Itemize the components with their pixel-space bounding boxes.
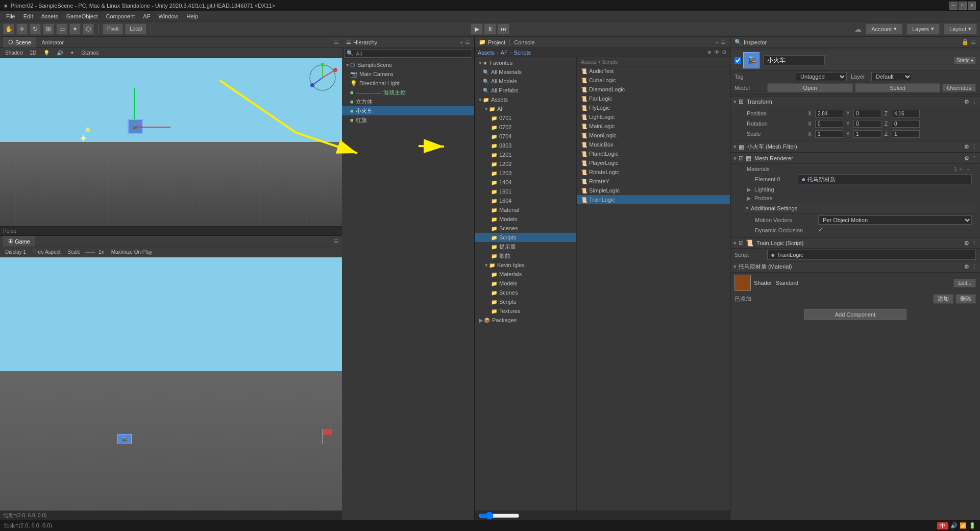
file-cube-logic[interactable]: 📜CubeLogic xyxy=(577,76,730,85)
motion-vectors-dropdown[interactable]: Per Object Motion xyxy=(818,215,972,225)
cloud-button[interactable]: ☁ xyxy=(854,25,862,33)
tool-hand[interactable]: ✋ xyxy=(3,23,14,35)
material-settings[interactable]: ⚙ xyxy=(964,263,969,270)
file-moon-logic[interactable]: 📜MoonLogic xyxy=(577,131,730,140)
tree-k-scripts[interactable]: 📁Scripts xyxy=(475,297,576,306)
hierarchy-item-flag[interactable]: ■ 红旗 xyxy=(342,115,474,125)
file-train-logic[interactable]: 📜TrainLogic xyxy=(577,195,730,204)
layout-button[interactable]: Layout ▾ xyxy=(944,23,977,35)
scale-z-input[interactable] xyxy=(892,130,920,138)
materials-add-btn[interactable]: + xyxy=(959,166,962,172)
mesh-filter-header[interactable]: ▾ ▦ 小火车 (Mesh Filter) ⚙ ⋮ xyxy=(730,141,980,153)
pivot-button[interactable]: Pivot xyxy=(103,23,123,35)
hierarchy-item-cube[interactable]: ■ 立方体 xyxy=(342,97,474,106)
mesh-renderer-checkbox[interactable]: ☑ xyxy=(739,155,744,162)
overrides-button[interactable]: Overrides xyxy=(942,84,976,92)
account-button[interactable]: Account ▾ xyxy=(866,23,902,35)
tree-1203[interactable]: 📁1203 xyxy=(475,168,576,178)
mesh-renderer-more[interactable]: ⋮ xyxy=(971,155,977,162)
tree-material[interactable]: 📁Material xyxy=(475,205,576,214)
tree-tishi[interactable]: 📁提示量 xyxy=(475,242,576,251)
tree-models[interactable]: 📁Models xyxy=(475,214,576,224)
tree-packages[interactable]: ▶ 📦 Packages xyxy=(475,316,576,325)
file-main-logic[interactable]: 📜MainLogic xyxy=(577,122,730,131)
tool-rotate[interactable]: ↻ xyxy=(30,23,41,35)
object-name-input[interactable] xyxy=(764,55,825,65)
material-more[interactable]: ⋮ xyxy=(971,263,977,270)
tree-0701[interactable]: 📁0701 xyxy=(475,113,576,123)
hierarchy-item-train[interactable]: ■ 小火车 xyxy=(342,106,474,115)
menu-help[interactable]: Help xyxy=(183,11,203,21)
scene-light[interactable]: 💡 xyxy=(41,50,52,56)
inspector-lock[interactable]: 🔒 xyxy=(962,39,969,45)
aspect-selector[interactable]: Free Aspect xyxy=(31,249,62,255)
add-component-button[interactable]: Add Component xyxy=(804,309,907,320)
tree-k-materials[interactable]: 📁Materials xyxy=(475,270,576,279)
mesh-renderer-settings[interactable]: ⚙ xyxy=(964,155,969,162)
tree-favorites[interactable]: ▾ ★ Favorites xyxy=(475,58,576,67)
file-music-box[interactable]: 📜MusicBox xyxy=(577,140,730,149)
project-gear[interactable]: ⚙ xyxy=(722,49,727,56)
window-close[interactable]: ✕ xyxy=(968,2,976,10)
tree-af[interactable]: ▾ 📁 AF xyxy=(475,104,576,113)
tree-1404[interactable]: 📁1404 xyxy=(475,178,576,187)
layers-button[interactable]: Layers ▾ xyxy=(906,23,940,35)
scene-display-mode[interactable]: Shaded xyxy=(3,50,24,56)
file-planet-logic[interactable]: 📜PlanetLogic xyxy=(577,149,730,158)
tree-all-materials[interactable]: 🔍 All Materials xyxy=(475,67,576,77)
scale-y-input[interactable] xyxy=(853,130,881,138)
transform-component-header[interactable]: ▾ ⊞ Transform ⚙ ⋮ xyxy=(730,96,980,107)
step-button[interactable]: ⏭ xyxy=(497,23,509,35)
scene-gizmo[interactable] xyxy=(307,62,338,93)
tag-dropdown[interactable]: Untagged xyxy=(796,72,847,81)
material-component-header[interactable]: ▾ 托马斯材质 (Material) ⚙ ⋮ xyxy=(730,261,980,273)
scale-x-input[interactable] xyxy=(815,130,843,138)
transform-more[interactable]: ⋮ xyxy=(971,99,977,105)
play-button[interactable]: ▶ xyxy=(471,23,483,35)
tree-k-models[interactable]: 📁Models xyxy=(475,279,576,288)
pause-button[interactable]: ⏸ xyxy=(484,23,496,35)
hierarchy-menu[interactable]: ☰ xyxy=(465,39,470,45)
dynamic-occlusion-check[interactable]: ✓ xyxy=(818,227,823,233)
file-fan-logic[interactable]: 📜FanLogic xyxy=(577,94,730,103)
window-minimize[interactable]: ─ xyxy=(949,2,958,10)
scale-control[interactable]: Scale —— 1x xyxy=(66,249,106,255)
tree-assets[interactable]: ▾ 📁 Assets xyxy=(475,95,576,104)
all-label[interactable]: All xyxy=(356,51,362,57)
scene-gizmos[interactable]: Gizmos xyxy=(79,50,101,56)
project-star[interactable]: ★ xyxy=(707,49,712,56)
tree-kevin-igles[interactable]: ▾ 📁 Kevin Igles xyxy=(475,260,576,270)
tool-transform[interactable]: ✦ xyxy=(69,23,81,35)
materials-remove-btn[interactable]: − xyxy=(967,166,970,172)
display-selector[interactable]: Display 1 xyxy=(3,249,28,255)
element-0-ref[interactable]: ● 托马斯材质 xyxy=(798,174,972,184)
tree-1201[interactable]: 📁1201 xyxy=(475,150,576,159)
file-rotate-y[interactable]: 📜RotateY xyxy=(577,177,730,186)
breadcrumb-af[interactable]: AF xyxy=(501,50,508,56)
pos-y-input[interactable] xyxy=(853,110,881,117)
hierarchy-item-samplescene[interactable]: ▾ ⬡ SampleScene xyxy=(342,60,474,69)
tree-0704[interactable]: 📁0704 xyxy=(475,132,576,141)
object-active-checkbox[interactable] xyxy=(734,57,741,64)
menu-af[interactable]: AF xyxy=(139,11,154,21)
mesh-filter-more[interactable]: ⋮ xyxy=(971,143,977,150)
menu-gameobject[interactable]: GameObject xyxy=(62,11,102,21)
rot-y-input[interactable] xyxy=(853,120,881,128)
rot-x-input[interactable] xyxy=(815,120,843,128)
tree-scripts[interactable]: 📁Scripts xyxy=(475,233,576,242)
menu-assets[interactable]: Assets xyxy=(37,11,62,21)
material-edit-button[interactable]: Edit... xyxy=(953,279,976,287)
tool-custom[interactable]: ⬡ xyxy=(83,23,94,35)
delete-button[interactable]: 删除 xyxy=(955,294,976,304)
tree-1601[interactable]: 📁1601 xyxy=(475,187,576,196)
scene-2d[interactable]: 2D xyxy=(28,50,38,56)
tree-k-scenes[interactable]: 📁Scenes xyxy=(475,288,576,297)
inspector-menu[interactable]: ☰ xyxy=(971,39,976,45)
file-simple-logic[interactable]: 📜SimpleLogic xyxy=(577,186,730,195)
file-audio-test[interactable]: 📜AudioTest xyxy=(577,66,730,76)
probe-row[interactable]: ▶ Probes xyxy=(743,194,976,203)
local-button[interactable]: Local xyxy=(125,23,146,35)
tree-all-models[interactable]: 🔍 All Models xyxy=(475,77,576,86)
hierarchy-item-game-controller[interactable]: ■ -------------- 游戏主控 xyxy=(342,88,474,97)
open-button[interactable]: Open xyxy=(767,83,853,92)
